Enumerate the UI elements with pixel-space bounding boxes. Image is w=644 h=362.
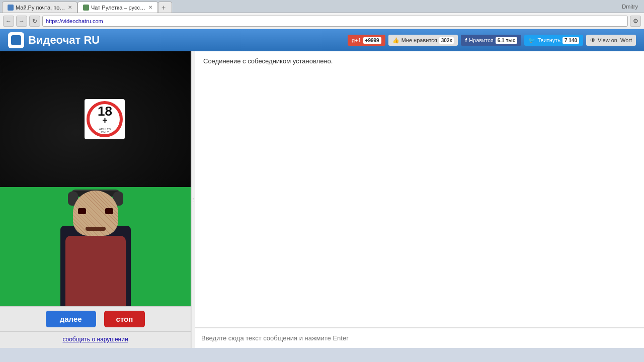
view-button[interactable]: 👁 View on Wort xyxy=(586,35,636,46)
nav-right-icons: ⚙ xyxy=(630,16,641,27)
tab-chat[interactable]: Чат Рулетка – русски... ✕ xyxy=(77,2,158,13)
eye-left xyxy=(78,208,86,214)
video-controls: далее стоп xyxy=(0,306,191,331)
like-button[interactable]: 👍 Мне нравится 302к xyxy=(388,35,458,46)
view-icon: 👁 xyxy=(590,37,596,43)
chat-input-area[interactable] xyxy=(195,328,644,348)
tweet-bird-icon: 🐦 xyxy=(528,37,535,44)
tab-chat-label: Чат Рулетка – русски... xyxy=(91,5,146,11)
tab-new[interactable]: + xyxy=(158,2,172,13)
nav-bar: ← → ↻ https://videochatru.com ⚙ xyxy=(0,13,644,29)
chat-messages: Соединение с собеседником установлено. xyxy=(195,51,644,328)
monster-eyes xyxy=(78,208,113,214)
tab-chat-close[interactable]: ✕ xyxy=(148,5,152,10)
forward-button[interactable]: → xyxy=(16,16,27,27)
logo-icon xyxy=(8,32,24,48)
browser-user: Dmitry xyxy=(622,4,642,10)
site-title: Видеочат RU xyxy=(28,34,100,47)
header-social: g+1 +9999 👍 Мне нравится 302к f Нравится… xyxy=(348,35,636,46)
share-button[interactable]: f Нравится 6.1 тыс xyxy=(461,35,521,46)
chat-status-message: Соединение с собеседником установлено. xyxy=(203,57,636,65)
tweet-button[interactable]: 🐦 Твитнуть 7 140 xyxy=(524,35,583,46)
next-button[interactable]: далее xyxy=(46,311,96,327)
google-plus-count: +9999 xyxy=(363,37,381,44)
resize-handle[interactable]: ⋮ xyxy=(191,51,195,348)
address-text: https://videochatru.com xyxy=(46,18,103,24)
reload-button[interactable]: ↻ xyxy=(29,16,40,27)
tweet-count: 7 140 xyxy=(562,37,579,44)
self-video xyxy=(0,187,191,306)
view-label: View on xyxy=(598,37,617,43)
monster-skull xyxy=(73,191,118,236)
video-panel: 18 + ADULTS ONLY xyxy=(0,51,191,348)
monster-body xyxy=(65,236,126,306)
age-badge: 18 + ADULTS ONLY xyxy=(85,99,125,139)
wort-label: Wort xyxy=(620,37,632,43)
share-count: 6.1 тыс xyxy=(496,37,518,44)
report-link[interactable]: сообщить о нарушении xyxy=(0,334,191,345)
like-thumb-icon: 👍 xyxy=(392,37,399,44)
tab-mail-icon xyxy=(8,5,14,11)
page: Видеочат RU g+1 +9999 👍 Мне нравится 302… xyxy=(0,29,644,348)
age-plus: + xyxy=(102,116,108,125)
tab-mail-close[interactable]: ✕ xyxy=(68,5,72,10)
monster-head xyxy=(68,187,123,241)
tab-mail[interactable]: Май.Ру почта, поиск в ... ✕ xyxy=(2,2,77,13)
tab-mail-label: Май.Ру почта, поиск в ... xyxy=(16,5,66,11)
logo-icon-inner xyxy=(11,35,21,45)
chat-panel: Соединение с собеседником установлено. xyxy=(195,51,644,348)
monster-figure xyxy=(50,187,141,306)
share-label: Нравится xyxy=(469,37,494,43)
share-fb-icon: f xyxy=(465,37,467,43)
like-label: Мне нравится xyxy=(401,37,437,43)
report-section: сообщить о нарушении xyxy=(0,331,191,348)
browser-tabs-bar: Май.Ру почта, поиск в ... ✕ Чат Рулетка … xyxy=(0,0,644,13)
eye-right xyxy=(105,208,113,214)
chat-input[interactable] xyxy=(201,334,638,342)
settings-icon[interactable]: ⚙ xyxy=(630,16,641,27)
stranger-video: 18 + ADULTS ONLY xyxy=(0,51,191,187)
main-content: 18 + ADULTS ONLY xyxy=(0,51,644,348)
like-count: 302к xyxy=(439,37,454,44)
google-plus-label: g+1 xyxy=(352,37,361,43)
age-circle: 18 + ADULTS ONLY xyxy=(87,101,123,137)
tab-chat-icon xyxy=(83,5,89,11)
address-bar[interactable]: https://videochatru.com xyxy=(42,16,628,27)
site-header: Видеочат RU g+1 +9999 👍 Мне нравится 302… xyxy=(0,29,644,51)
back-button[interactable]: ← xyxy=(3,16,14,27)
tweet-label: Твитнуть xyxy=(537,37,560,43)
google-plus-button[interactable]: g+1 +9999 xyxy=(348,35,385,46)
age-only-label: ONLY xyxy=(101,131,109,134)
site-logo: Видеочат RU xyxy=(8,32,100,48)
monster-mouth xyxy=(86,227,106,231)
stop-button[interactable]: стоп xyxy=(104,311,145,327)
